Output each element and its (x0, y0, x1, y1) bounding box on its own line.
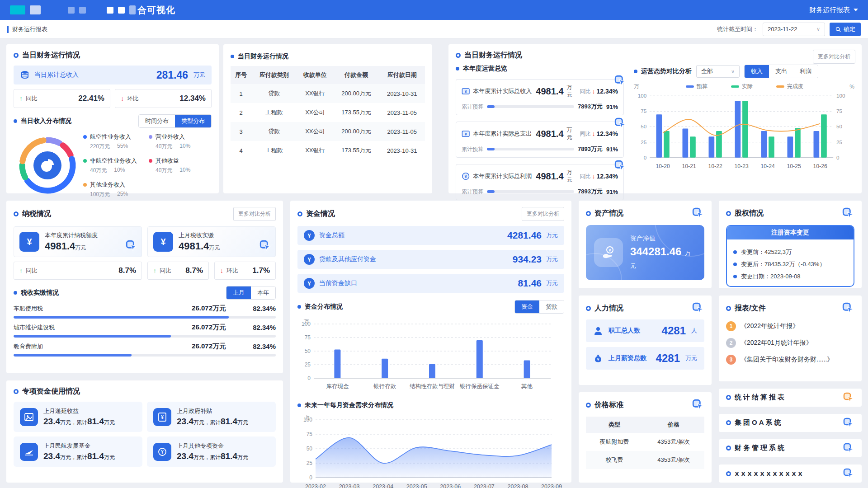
monthly-demand-chart: 万02550751002023-022023-032023-042023-052… (297, 412, 564, 488)
section-ring-icon (726, 420, 731, 425)
card-reports: 报表/文件 1 《2022年统计年报》 2 《2022年01月统计年报》 3 《… (719, 296, 862, 381)
svg-text:2023-02: 2023-02 (305, 483, 326, 488)
tax-progress (14, 335, 276, 338)
more-analysis-button[interactable]: 更多对比分析 (813, 50, 855, 64)
stat-total-expense: ¥ 本年度累计实际总支出 4981.4 万元 同比↓12.34% 累计预算 78… (456, 122, 624, 158)
hr-salary-row: ¥ 上月薪资总数 4281万元 (586, 347, 704, 370)
table-row: 校飞费4353元/架次 (586, 451, 704, 469)
svg-text:银行存款: 银行存款 (373, 383, 396, 389)
arrow-up-icon: ↑ (19, 267, 23, 274)
section-ring-icon (14, 211, 19, 216)
more-analysis-button[interactable]: 更多对比分析 (522, 207, 564, 221)
report-link[interactable]: 3 《集团关于印发财务财务财......》 (726, 355, 854, 365)
aviation-fund-icon (20, 443, 38, 461)
arrow-down-icon: ↓ (220, 267, 223, 274)
svg-text:100: 100 (303, 417, 312, 423)
table-row: 3贷款XX公司200.00万元2023-11-05 (231, 122, 425, 141)
special-fund-tile: ¥ 上月其他专项资金 23.4万元，累计81.4万元 (147, 436, 276, 467)
bullet-icon (456, 67, 459, 70)
subsidy-icon: ¥ (153, 408, 171, 426)
legend-swatch (776, 85, 784, 88)
module-switcher[interactable]: 财务运行报表 (809, 6, 858, 14)
legend-item: 营业外收入 40万元10% (149, 133, 190, 150)
link-label: XXXXXXXXXXX (735, 470, 804, 478)
link-statistical-report[interactable]: 统计结算报表 (719, 389, 862, 407)
legend-item: 航空性业务收入 220万元55% (83, 133, 137, 150)
yuan-frame-icon: ¥ (304, 278, 315, 289)
subsection-title: 税收实缴情况 (21, 289, 59, 297)
fund-loan-row: ¥ 贷款及其他应付资金 934.23万元 (297, 250, 564, 269)
list-item: 变更前：42522,3万 (733, 248, 847, 256)
card-title: 资金情况 (306, 209, 335, 219)
cursor-link-icon[interactable] (843, 442, 854, 454)
cursor-link-icon[interactable] (842, 302, 854, 314)
svg-text:0: 0 (836, 155, 840, 160)
legend-item: 其他收益 40万元10% (149, 157, 190, 174)
breadcrumb: 财务运行报表 (7, 25, 47, 33)
bullet-icon (733, 275, 737, 278)
tab-this-year[interactable]: 本年 (251, 286, 275, 299)
tab-income[interactable]: 收入 (745, 65, 769, 78)
section-ring-icon (726, 211, 731, 216)
cursor-link-icon[interactable] (843, 417, 854, 429)
daily-total-income: 当日累计总收入 281.46 万元 (14, 66, 212, 84)
tab-last-month[interactable]: 上月 (226, 286, 251, 299)
tab-time-distribution[interactable]: 时间分布 (139, 115, 175, 127)
cursor-link-icon[interactable] (614, 75, 627, 87)
cursor-link-icon[interactable] (614, 160, 627, 172)
confirm-button[interactable]: 确定 (830, 23, 861, 36)
cursor-link-icon[interactable] (843, 392, 854, 404)
tab-loans[interactable]: 贷款 (539, 300, 564, 313)
tab-funds[interactable]: 资金 (515, 300, 539, 313)
logo-block (118, 7, 125, 14)
svg-text:2023-07: 2023-07 (474, 483, 495, 488)
coin-stack-icon (20, 70, 30, 80)
breadcrumb-label: 财务运行报表 (12, 25, 47, 33)
link-oa-system[interactable]: 集团OA系统 (719, 414, 862, 432)
svg-text:75: 75 (305, 334, 311, 341)
trend-filter-select[interactable]: 全部 ∨ (696, 65, 740, 78)
capital-change-box: 注册资本变更 变更前：42522,3万 变更后：78435.32万（-0.43%… (726, 225, 854, 287)
svg-text:¥: ¥ (597, 357, 599, 361)
subsection-title: 本年度运营总览 (463, 65, 507, 73)
link-placeholder[interactable]: XXXXXXXXXXX (719, 465, 862, 483)
logo-block (68, 7, 75, 14)
card-title: 资产情况 (594, 209, 623, 218)
link-finance-system[interactable]: 财务管理系统 (719, 439, 862, 457)
subsection-title: 资金分布情况 (305, 303, 343, 311)
bullet-icon (14, 291, 17, 295)
tax-row: 城市维护建设税26.072万元82.34% (14, 323, 276, 338)
report-link[interactable]: 2 《2022年01月统计年报》 (726, 338, 854, 348)
stat-total-income: ¥ 本年度累计实际总收入 4981.4 万元 同比↓12.34% 累计预算 78… (456, 79, 624, 115)
link-label: 集团OA系统 (735, 418, 783, 427)
cursor-link-icon[interactable] (125, 239, 138, 252)
table-row: 夜航附加费4353元/架次 (586, 433, 704, 451)
section-ring-icon (726, 446, 731, 450)
stat-date-select[interactable]: 2023-11-22 ∨ (763, 23, 825, 36)
more-analysis-button[interactable]: 更多对比分析 (233, 207, 276, 221)
toolbar: 财务运行报表 统计截至时间： 2023-11-22 ∨ 确定 (0, 20, 868, 39)
cursor-link-icon[interactable] (692, 207, 704, 220)
tab-profit[interactable]: 利润 (793, 65, 818, 78)
bullet-icon (14, 119, 17, 123)
logo-block (79, 7, 86, 14)
section-ring-icon (726, 395, 731, 400)
tab-expense[interactable]: 支出 (769, 65, 793, 78)
cursor-link-icon[interactable] (842, 207, 854, 220)
section-ring-icon (586, 211, 591, 216)
mom-box: ↓ 环比 12.34% (115, 89, 212, 108)
report-link[interactable]: 1 《2022年统计年报》 (726, 321, 854, 331)
profit-icon: ¥ (462, 172, 470, 181)
tab-type-distribution[interactable]: 类型分布 (175, 115, 211, 127)
cursor-link-icon[interactable] (692, 399, 704, 411)
bullet-icon (733, 250, 737, 254)
cursor-link-icon[interactable] (843, 468, 854, 479)
svg-text:10-26: 10-26 (813, 163, 827, 169)
cursor-link-icon[interactable] (692, 302, 704, 314)
card-annual-overview: 当日财务运行情况 更多对比分析 本年度运营总览 ¥ 本年度累计实际总收入 498… (448, 44, 862, 193)
money-bag-icon: ¥ (593, 353, 603, 363)
cursor-link-icon[interactable] (614, 117, 627, 130)
other-funds-icon: ¥ (153, 443, 171, 461)
svg-text:2023-04: 2023-04 (373, 483, 393, 488)
cursor-link-icon[interactable] (259, 239, 272, 252)
